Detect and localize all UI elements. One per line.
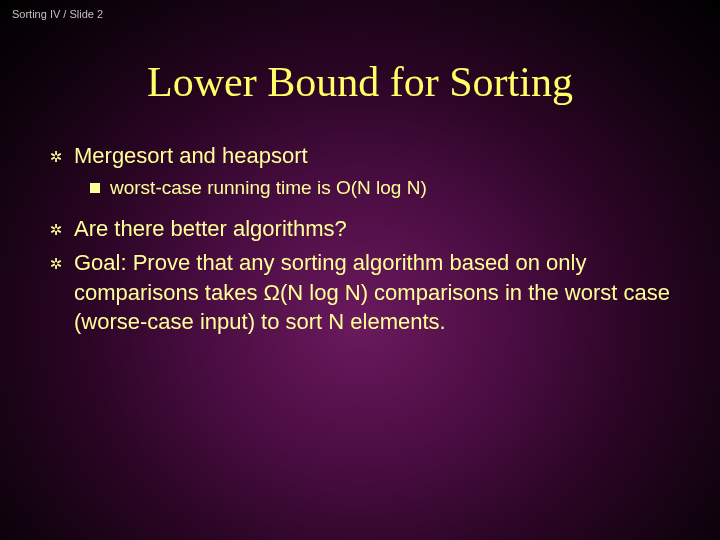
bullet-item: ✲ Goal: Prove that any sorting algorithm… [50,248,670,337]
bullet-item: ✲ Mergesort and heapsort [50,141,670,171]
star-bullet-icon: ✲ [50,143,68,170]
bullet-text: Mergesort and heapsort [74,141,670,171]
sub-bullet-item: worst-case running time is O(N log N) [90,175,670,201]
bullet-item: ✲ Are there better algorithms? [50,214,670,244]
star-bullet-icon: ✲ [50,250,68,277]
bullet-text: Goal: Prove that any sorting algorithm b… [74,248,670,337]
header-text: Sorting IV / Slide 2 [12,8,103,20]
sub-bullet-text: worst-case running time is O(N log N) [110,175,670,201]
square-bullet-icon [90,183,100,193]
bullet-text: Are there better algorithms? [74,214,670,244]
slide-title: Lower Bound for Sorting [0,58,720,106]
star-bullet-icon: ✲ [50,216,68,243]
slide-content: ✲ Mergesort and heapsort worst-case runn… [0,141,720,337]
slide-header: Sorting IV / Slide 2 [0,0,720,28]
